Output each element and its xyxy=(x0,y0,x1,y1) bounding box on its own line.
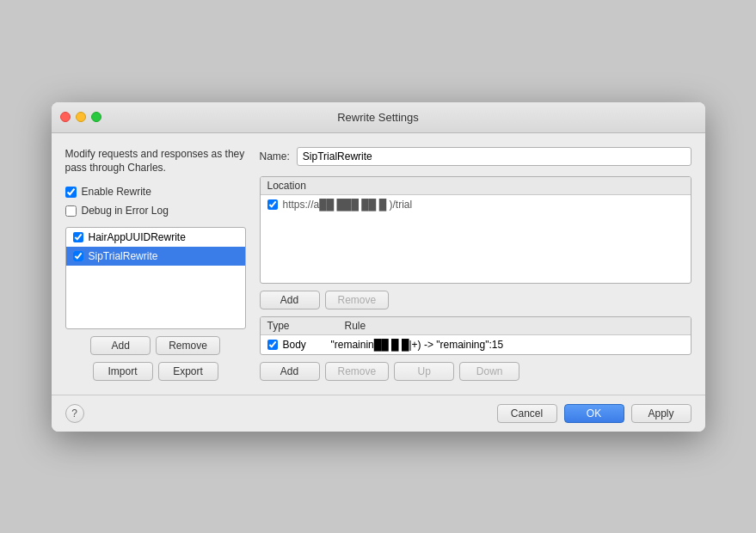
rewrite-settings-window: Rewrite Settings Modify requests and res… xyxy=(52,102,705,432)
debug-log-row: Debug in Error Log xyxy=(65,205,246,217)
list-item-selected[interactable]: SipTrialRewrite xyxy=(66,247,245,266)
rule-remove-button[interactable]: Remove xyxy=(325,362,390,381)
list-item-checkbox-1[interactable] xyxy=(73,251,83,261)
location-remove-button[interactable]: Remove xyxy=(325,291,390,309)
type-header-label: Type xyxy=(267,320,310,332)
debug-log-checkbox[interactable] xyxy=(65,205,77,217)
close-button[interactable] xyxy=(60,112,71,122)
rule-add-button[interactable]: Add xyxy=(260,362,320,381)
list-item-label-0: HairAppUUIDRewrite xyxy=(89,231,186,243)
location-header: Location xyxy=(261,177,691,195)
rule-checkbox[interactable] xyxy=(267,340,278,350)
right-panel: Name: Location https://a██ ███ ██ █ )/tr… xyxy=(260,147,691,381)
rewrite-list: HairAppUUIDRewrite SipTrialRewrite xyxy=(65,227,246,328)
help-button[interactable]: ? xyxy=(65,404,84,423)
left-panel: Modify requests and responses as they pa… xyxy=(65,147,246,381)
name-label: Name: xyxy=(260,150,290,162)
rule-section: Type Rule Body "remainin██ █ █|+) -> "re… xyxy=(260,316,691,355)
list-item[interactable]: HairAppUUIDRewrite xyxy=(66,228,245,247)
list-export-button[interactable]: Export xyxy=(158,362,218,381)
ok-button[interactable]: OK xyxy=(564,404,624,423)
bottom-bar: ? Cancel OK Apply xyxy=(52,395,705,432)
location-header-label: Location xyxy=(267,180,306,192)
location-url: https://a██ ███ ██ █ )/trial xyxy=(283,199,413,211)
bottom-right-buttons: Cancel OK Apply xyxy=(497,404,691,423)
list-import-export-row: Import Export xyxy=(65,362,246,381)
rule-actions-row: Add Remove Up Down xyxy=(260,362,691,381)
list-import-button[interactable]: Import xyxy=(93,362,153,381)
name-input[interactable] xyxy=(297,147,691,166)
list-item-checkbox-0[interactable] xyxy=(73,232,83,242)
maximize-button[interactable] xyxy=(91,112,101,122)
location-checkbox[interactable] xyxy=(267,199,278,210)
location-add-button[interactable]: Add xyxy=(260,291,320,309)
debug-log-label: Debug in Error Log xyxy=(82,205,169,217)
rule-type: Body xyxy=(283,339,326,351)
traffic-lights xyxy=(60,112,101,122)
main-content: Modify requests and responses as they pa… xyxy=(52,133,705,395)
rule-header: Type Rule xyxy=(261,317,691,335)
list-remove-button[interactable]: Remove xyxy=(156,336,220,355)
location-row[interactable]: https://a██ ███ ██ █ )/trial xyxy=(261,195,691,214)
rule-down-button[interactable]: Down xyxy=(459,362,519,381)
rule-row[interactable]: Body "remainin██ █ █|+) -> "remaining":1… xyxy=(261,335,691,354)
description-text: Modify requests and responses as they pa… xyxy=(65,147,246,176)
enable-rewrite-label: Enable Rewrite xyxy=(82,186,151,198)
location-add-remove-row: Add Remove xyxy=(260,291,691,309)
rule-header-label: Rule xyxy=(345,320,684,332)
list-add-remove-row: Add Remove xyxy=(65,336,246,355)
name-row: Name: xyxy=(260,147,691,166)
titlebar: Rewrite Settings xyxy=(52,102,705,133)
apply-button[interactable]: Apply xyxy=(631,404,691,423)
rule-up-button[interactable]: Up xyxy=(394,362,454,381)
enable-rewrite-checkbox[interactable] xyxy=(65,187,77,198)
enable-rewrite-row: Enable Rewrite xyxy=(65,186,246,198)
cancel-button[interactable]: Cancel xyxy=(497,404,557,423)
list-add-button[interactable]: Add xyxy=(90,336,151,355)
minimize-button[interactable] xyxy=(76,112,86,122)
window-title: Rewrite Settings xyxy=(337,111,419,124)
location-empty-space xyxy=(261,214,691,283)
rule-value: "remainin██ █ █|+) -> "remaining":15 xyxy=(331,339,684,351)
location-section: Location https://a██ ███ ██ █ )/trial xyxy=(260,176,691,284)
list-item-label-1: SipTrialRewrite xyxy=(89,250,158,262)
